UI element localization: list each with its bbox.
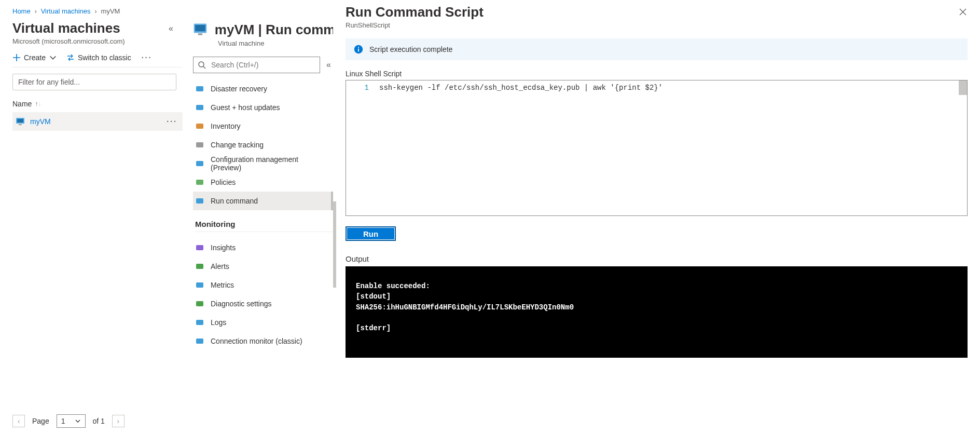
svg-rect-15 bbox=[196, 264, 203, 269]
svg-rect-7 bbox=[196, 86, 203, 91]
plus-icon bbox=[12, 53, 21, 62]
create-label: Create bbox=[24, 53, 46, 62]
breadcrumb-current: myVM bbox=[101, 7, 120, 15]
nav-item-mon-0[interactable]: Insights bbox=[193, 238, 333, 257]
nav-item-label: Diagnostic settings bbox=[211, 300, 272, 308]
pager-next-button[interactable]: › bbox=[112, 415, 125, 427]
nav-item-icon bbox=[195, 140, 204, 150]
nav-item-main-5[interactable]: Policies bbox=[193, 173, 333, 192]
svg-rect-19 bbox=[196, 339, 203, 344]
svg-rect-8 bbox=[196, 105, 203, 110]
panel-title: Run Command Script bbox=[346, 4, 484, 20]
pager-prev-button[interactable]: ‹ bbox=[12, 415, 25, 427]
script-label: Linux Shell Script bbox=[346, 70, 968, 78]
create-button[interactable]: Create bbox=[12, 53, 57, 62]
close-panel-button[interactable] bbox=[958, 4, 968, 22]
switch-icon bbox=[66, 53, 75, 62]
editor-code[interactable]: ssh-keygen -lf /etc/ssh/ssh_host_ecdsa_k… bbox=[373, 80, 967, 215]
page-title: Virtual machines bbox=[12, 20, 120, 36]
pager-page-label: Page bbox=[32, 417, 49, 425]
filter-input[interactable] bbox=[12, 74, 176, 90]
svg-rect-5 bbox=[198, 33, 202, 35]
chevron-down-icon bbox=[75, 418, 81, 424]
nav-item-mon-3[interactable]: Diagnostic settings bbox=[193, 294, 333, 313]
switch-classic-button[interactable]: Switch to classic bbox=[66, 53, 131, 62]
nav-item-icon bbox=[195, 196, 204, 206]
switch-label: Switch to classic bbox=[78, 53, 131, 62]
scrollbar-thumb[interactable] bbox=[333, 201, 336, 288]
editor-gutter: 1 bbox=[346, 80, 373, 215]
info-text: Script execution complete bbox=[369, 45, 452, 53]
nav-item-main-1[interactable]: Guest + host updates bbox=[193, 98, 333, 117]
collapse-menu-icon[interactable]: « bbox=[324, 58, 333, 72]
output-terminal[interactable]: Enable succeeded: [stdout] SHA256:ihHuGN… bbox=[346, 266, 968, 358]
nav-item-icon bbox=[195, 178, 204, 187]
nav-item-mon-1[interactable]: Alerts bbox=[193, 257, 333, 276]
nav-item-label: Disaster recovery bbox=[211, 85, 267, 93]
menu-search-input[interactable] bbox=[210, 60, 315, 70]
nav-item-icon bbox=[195, 121, 204, 131]
nav-item-mon-4[interactable]: Logs bbox=[193, 313, 333, 332]
nav-item-label: Run command bbox=[211, 197, 258, 205]
editor-scrollbar[interactable] bbox=[959, 80, 967, 95]
chevron-down-icon bbox=[49, 53, 57, 62]
nav-item-icon bbox=[195, 299, 204, 308]
nav-item-main-3[interactable]: Change tracking bbox=[193, 136, 333, 154]
nav-item-icon bbox=[195, 243, 204, 252]
nav-item-icon bbox=[195, 103, 204, 112]
breadcrumb: Home › Virtual machines › myVM bbox=[12, 0, 183, 20]
nav-item-icon bbox=[195, 318, 204, 327]
svg-rect-14 bbox=[196, 245, 203, 250]
search-icon bbox=[198, 61, 206, 69]
svg-rect-1 bbox=[17, 119, 23, 123]
svg-rect-10 bbox=[196, 142, 203, 147]
nav-divider bbox=[195, 232, 333, 232]
svg-rect-21 bbox=[358, 49, 359, 52]
breadcrumb-vms[interactable]: Virtual machines bbox=[41, 7, 91, 15]
nav-item-main-6[interactable]: Run command bbox=[193, 192, 333, 210]
nav-item-main-4[interactable]: Configuration management (Preview) bbox=[193, 154, 333, 173]
nav-item-main-2[interactable]: Inventory bbox=[193, 117, 333, 136]
nav-item-label: Configuration management (Preview) bbox=[211, 155, 329, 172]
pager: ‹ Page 1 of 1 › bbox=[12, 414, 125, 428]
svg-rect-2 bbox=[19, 124, 22, 125]
chevron-right-icon: › bbox=[95, 8, 97, 15]
pager-page-select[interactable]: 1 bbox=[57, 414, 86, 428]
vm-icon bbox=[16, 117, 25, 126]
nav-item-main-0[interactable]: Disaster recovery bbox=[193, 79, 333, 98]
panel-subtitle: RunShellScript bbox=[346, 21, 484, 29]
menu-search-box[interactable] bbox=[193, 57, 320, 73]
column-header-name[interactable]: Name ↑↓ bbox=[12, 100, 183, 108]
collapse-left-icon[interactable]: « bbox=[165, 21, 176, 36]
nav-item-icon bbox=[195, 280, 204, 290]
blade-subtitle: Virtual machine bbox=[218, 39, 333, 47]
tenant-label: Microsoft (microsoft.onmicrosoft.com) bbox=[12, 37, 183, 45]
svg-rect-11 bbox=[196, 161, 203, 166]
vm-list-row[interactable]: myVM ··· bbox=[12, 112, 183, 131]
info-icon bbox=[354, 45, 363, 54]
script-editor[interactable]: 1 ssh-keygen -lf /etc/ssh/ssh_host_ecdsa… bbox=[346, 80, 968, 216]
row-more-button[interactable]: ··· bbox=[167, 117, 177, 126]
svg-rect-9 bbox=[196, 124, 203, 129]
breadcrumb-home[interactable]: Home bbox=[12, 7, 31, 15]
nav-item-icon bbox=[195, 84, 204, 93]
nav-item-mon-2[interactable]: Metrics bbox=[193, 276, 333, 294]
nav-item-mon-5[interactable]: Connection monitor (classic) bbox=[193, 332, 333, 350]
svg-rect-17 bbox=[196, 301, 203, 306]
svg-rect-4 bbox=[195, 25, 205, 31]
nav-item-label: Connection monitor (classic) bbox=[211, 337, 302, 345]
svg-rect-13 bbox=[196, 198, 203, 204]
nav-item-label: Inventory bbox=[211, 122, 241, 130]
nav-item-label: Insights bbox=[211, 243, 236, 252]
output-label: Output bbox=[346, 254, 968, 263]
svg-rect-16 bbox=[196, 282, 203, 288]
more-actions-button[interactable]: ··· bbox=[141, 53, 154, 62]
pager-total-label: of 1 bbox=[93, 417, 105, 425]
nav-item-label: Alerts bbox=[211, 262, 229, 270]
nav-item-icon bbox=[195, 262, 204, 271]
info-bar: Script execution complete bbox=[346, 38, 968, 60]
svg-rect-18 bbox=[196, 320, 203, 325]
run-button[interactable]: Run bbox=[346, 226, 396, 241]
nav-item-icon bbox=[195, 159, 204, 168]
svg-point-22 bbox=[358, 47, 359, 48]
